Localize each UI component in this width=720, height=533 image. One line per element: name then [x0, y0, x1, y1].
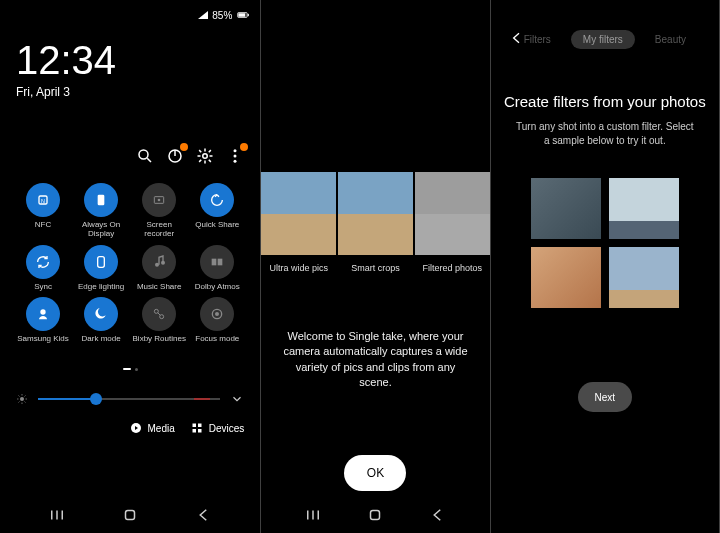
nav-bar: [261, 505, 489, 525]
expand-icon[interactable]: [230, 392, 244, 406]
dark-mode-label: Dark mode: [82, 335, 121, 344]
create-filters-screen: Filters My filters Beauty Create filters…: [491, 0, 720, 533]
settings-button[interactable]: [196, 147, 214, 165]
carousel-label: Filtered photos: [415, 263, 490, 273]
edge-lighting-label: Edge lighting: [78, 283, 124, 292]
recents-button[interactable]: [47, 505, 67, 525]
recents-button[interactable]: [303, 505, 323, 525]
carousel-item[interactable]: Smart crops: [338, 172, 413, 273]
svg-rect-16: [98, 256, 105, 267]
svg-point-7: [203, 154, 208, 159]
search-button[interactable]: [136, 147, 154, 165]
sample-image: [338, 172, 413, 255]
svg-text:N: N: [41, 198, 45, 204]
kids-label: Samsung Kids: [17, 335, 69, 344]
sample-photo[interactable]: [609, 178, 679, 239]
screen-recorder-toggle[interactable]: [142, 183, 176, 217]
back-button[interactable]: [428, 505, 448, 525]
slider-fill: [38, 398, 96, 400]
svg-point-3: [139, 150, 148, 159]
devices-button[interactable]: Devices: [191, 422, 245, 434]
sample-photo[interactable]: [531, 178, 601, 239]
svg-line-35: [25, 396, 26, 397]
svg-point-8: [234, 149, 237, 152]
more-button[interactable]: [226, 147, 244, 165]
nav-bar: [0, 505, 260, 525]
clock-time: 12:34: [16, 38, 244, 83]
page-title: Create filters from your photos: [491, 93, 719, 110]
slider-thumb[interactable]: [90, 393, 102, 405]
svg-rect-40: [198, 429, 202, 433]
svg-line-33: [25, 402, 26, 403]
svg-line-24: [158, 313, 161, 316]
music-share-toggle[interactable]: [142, 245, 176, 279]
brightness-slider[interactable]: [38, 398, 220, 400]
svg-line-34: [19, 402, 20, 403]
tab-beauty[interactable]: Beauty: [643, 30, 698, 49]
dark-mode-toggle[interactable]: [84, 297, 118, 331]
kids-toggle[interactable]: [26, 297, 60, 331]
sample-image: [415, 172, 490, 255]
quick-settings-screen: 85% 12:34 Fri, April 3 NNFC Always On Di…: [0, 0, 261, 533]
back-chevron[interactable]: [509, 30, 525, 50]
edge-lighting-toggle[interactable]: [84, 245, 118, 279]
home-button[interactable]: [365, 505, 385, 525]
svg-rect-37: [192, 424, 196, 428]
svg-rect-44: [126, 511, 135, 520]
quick-share-toggle[interactable]: [200, 183, 234, 217]
svg-point-15: [158, 199, 161, 202]
sample-carousel[interactable]: Ultra wide pics Smart crops Filtered pho…: [261, 172, 489, 273]
bottom-buttons: Media Devices: [16, 422, 244, 434]
ok-button[interactable]: OK: [344, 455, 406, 491]
welcome-text: Welcome to Single take, where your camer…: [261, 329, 489, 391]
svg-point-26: [215, 312, 219, 316]
carousel-item[interactable]: Filtered photos: [415, 172, 490, 273]
devices-label: Devices: [209, 423, 245, 434]
carousel-label: Ultra wide pics: [261, 263, 336, 273]
svg-rect-39: [192, 429, 196, 433]
svg-rect-19: [212, 258, 217, 265]
svg-point-10: [234, 160, 237, 163]
sync-toggle[interactable]: [26, 245, 60, 279]
carousel-item[interactable]: Ultra wide pics: [261, 172, 336, 273]
sample-photo[interactable]: [531, 247, 601, 308]
svg-rect-13: [98, 195, 105, 206]
nfc-toggle[interactable]: N: [26, 183, 60, 217]
next-button[interactable]: Next: [578, 382, 632, 412]
sample-grid: [531, 178, 679, 308]
battery-icon: [236, 8, 250, 22]
dolby-label: Dolby Atmos: [195, 283, 240, 292]
brightness-row: [16, 392, 244, 406]
media-label: Media: [148, 423, 175, 434]
svg-point-27: [20, 397, 24, 401]
back-button[interactable]: [194, 505, 214, 525]
svg-rect-38: [198, 424, 202, 428]
badge-icon: [240, 143, 248, 151]
page-description: Turn any shot into a custom filter. Sele…: [491, 120, 719, 148]
svg-line-4: [148, 158, 152, 162]
pager-dot[interactable]: [135, 368, 138, 371]
status-bar: 85%: [198, 8, 250, 22]
slider-marker: [194, 398, 210, 400]
bixby-label: Bixby Routines: [133, 335, 186, 344]
aod-toggle[interactable]: [84, 183, 118, 217]
dolby-toggle[interactable]: [200, 245, 234, 279]
power-button[interactable]: [166, 147, 184, 165]
home-button[interactable]: [120, 505, 140, 525]
tools-row: [16, 147, 244, 165]
media-button[interactable]: Media: [130, 422, 175, 434]
sync-label: Sync: [34, 283, 52, 292]
tab-my-filters[interactable]: My filters: [571, 30, 635, 49]
sample-photo[interactable]: [609, 247, 679, 308]
focus-toggle[interactable]: [200, 297, 234, 331]
svg-line-32: [19, 396, 20, 397]
sample-image: [261, 172, 336, 255]
brightness-icon: [16, 393, 28, 405]
svg-point-9: [234, 155, 237, 158]
screen-recorder-label: Screen recorder: [132, 221, 186, 239]
svg-rect-48: [371, 511, 380, 520]
top-bar: Filters My filters Beauty: [491, 30, 719, 49]
svg-point-21: [40, 310, 45, 315]
bixby-toggle[interactable]: [142, 297, 176, 331]
pager-current: [123, 368, 131, 370]
